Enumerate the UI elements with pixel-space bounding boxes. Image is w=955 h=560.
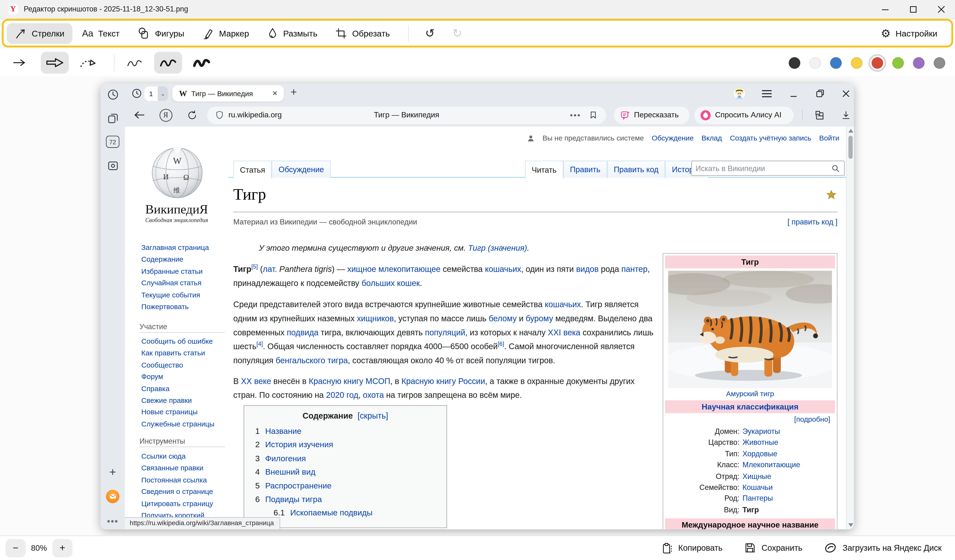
- toc-link[interactable]: История изучения: [265, 438, 333, 452]
- arrow-style-dotted-button[interactable]: [74, 52, 102, 74]
- tab-close-icon[interactable]: ✕: [272, 89, 278, 97]
- wiki-tab[interactable]: Править код: [607, 161, 665, 178]
- editor-canvas[interactable]: 72 + ••• 1 ⌄: [0, 76, 955, 536]
- sidebar-link[interactable]: Цитировать страницу: [141, 498, 213, 510]
- ask-alice-button[interactable]: Спросить Алису AI: [694, 106, 794, 124]
- taxon-link[interactable]: Эукариоты: [739, 426, 780, 437]
- personal-link[interactable]: Войти: [819, 134, 839, 142]
- wikipedia-globe-logo[interactable]: W И Ω 维: [150, 146, 204, 200]
- personal-link[interactable]: Вклад: [701, 134, 722, 142]
- screenshot-icon[interactable]: [106, 159, 119, 172]
- edit-code-link[interactable]: [ править код ]: [787, 218, 838, 226]
- personal-link[interactable]: Создать учётную запись: [730, 134, 811, 142]
- color-swatch[interactable]: [872, 57, 883, 69]
- taxon-link[interactable]: Пантеры: [739, 493, 773, 504]
- zoom-in-button[interactable]: +: [52, 539, 72, 557]
- arrows-tool-button[interactable]: Стрелки: [7, 23, 72, 44]
- sidebar-link[interactable]: Ссылки сюда: [141, 451, 213, 463]
- download-icon[interactable]: [839, 108, 853, 122]
- color-swatch[interactable]: [851, 57, 863, 69]
- active-tab[interactable]: W Тигр — Википедия ✕: [172, 85, 284, 101]
- scroll-up-arrow[interactable]: [848, 129, 853, 133]
- toc-link[interactable]: Распространение: [265, 479, 332, 493]
- browser-close-button[interactable]: [839, 83, 853, 103]
- reload-button[interactable]: [185, 108, 199, 122]
- detail-link[interactable]: [подробно]: [665, 413, 835, 426]
- taxon-link[interactable]: Хордовые: [739, 448, 777, 460]
- sidebar-link[interactable]: Сведения о странице: [141, 486, 213, 498]
- wikipedia-wordmark[interactable]: ВикипедиЯ: [125, 202, 229, 217]
- upload-yandex-disk-button[interactable]: Загрузить на Яндекс Диск: [824, 542, 942, 554]
- wiki-search-box[interactable]: [691, 161, 845, 176]
- settings-button[interactable]: ⚙ Настройки: [873, 23, 945, 43]
- taxon-link[interactable]: Животные: [739, 437, 778, 448]
- tiger-photo[interactable]: [668, 271, 832, 388]
- search-icon[interactable]: [831, 164, 840, 172]
- color-swatch[interactable]: [809, 57, 821, 69]
- bookmark-icon[interactable]: [589, 110, 598, 120]
- more-options-icon[interactable]: •••: [106, 514, 119, 527]
- personal-link[interactable]: Обсуждение: [652, 134, 694, 142]
- sidebar-link[interactable]: Как править статьи: [141, 348, 214, 360]
- blur-tool-button[interactable]: Размыть: [259, 23, 326, 43]
- toc-link[interactable]: Ископаемые подвиды: [290, 507, 373, 520]
- yandex-service-icon[interactable]: [106, 490, 119, 503]
- profile-avatar[interactable]: [732, 83, 747, 103]
- browser-menu-icon[interactable]: [759, 83, 774, 103]
- marker-tool-button[interactable]: Маркер: [194, 23, 257, 44]
- zoom-out-button[interactable]: −: [5, 539, 25, 557]
- taxon-link[interactable]: Кошачьи: [739, 482, 773, 493]
- toc-link[interactable]: Филогения: [265, 452, 306, 466]
- sidebar-link[interactable]: Содержание: [141, 254, 209, 266]
- add-panel-icon[interactable]: +: [106, 466, 119, 479]
- url-bar[interactable]: ru.wikipedia.org Тигр — Википедия •••: [207, 106, 606, 124]
- taxon-link[interactable]: Млекопитающие: [739, 460, 800, 471]
- save-button[interactable]: Сохранить: [744, 542, 802, 554]
- summarize-button[interactable]: Пересказать: [614, 106, 689, 124]
- tab-history-clock-icon[interactable]: [130, 86, 143, 100]
- minimize-button[interactable]: [871, 0, 899, 19]
- sidebar-link[interactable]: Связанные правки: [141, 463, 213, 474]
- color-swatch[interactable]: [892, 57, 904, 69]
- sidebar-link[interactable]: Сообщить об ошибке: [141, 336, 214, 348]
- new-tab-button[interactable]: +: [291, 86, 297, 99]
- classification-header-link[interactable]: Научная классификация: [665, 401, 835, 413]
- toc-link[interactable]: Внешний вид: [265, 466, 315, 479]
- line-weight-medium-button[interactable]: [154, 52, 182, 74]
- image-caption-link[interactable]: Амурский тигр: [665, 390, 835, 398]
- wiki-tab[interactable]: Читать: [525, 161, 563, 178]
- sidebar-link[interactable]: Сообщество: [141, 359, 214, 371]
- back-button[interactable]: [132, 108, 147, 122]
- text-tool-button[interactable]: Aa Текст: [74, 23, 127, 42]
- copy-button[interactable]: Копировать: [661, 542, 722, 554]
- sidebar-link[interactable]: Случайная статья: [141, 278, 209, 290]
- close-button[interactable]: [927, 0, 955, 19]
- wiki-search-input[interactable]: [692, 164, 831, 172]
- sidebar-link[interactable]: Форум: [141, 371, 214, 383]
- crop-tool-button[interactable]: Обрезать: [327, 23, 398, 44]
- sidebar-link[interactable]: Текущие события: [141, 289, 209, 301]
- toc-link[interactable]: Название: [265, 425, 302, 438]
- line-weight-thin-button[interactable]: [121, 52, 149, 74]
- browser-restore-button[interactable]: [813, 83, 827, 103]
- scrollbar-thumb[interactable]: [848, 136, 852, 159]
- redo-button[interactable]: ↻: [445, 23, 470, 43]
- line-weight-thick-button[interactable]: [188, 52, 216, 74]
- chevron-down-icon[interactable]: ⌄: [158, 86, 168, 101]
- sidebar-link[interactable]: Постоянная ссылка: [141, 474, 213, 486]
- wiki-tab[interactable]: Статья: [233, 161, 272, 178]
- color-swatch[interactable]: [830, 57, 842, 69]
- maximize-button[interactable]: [899, 0, 927, 19]
- sidebar-link[interactable]: Справка: [141, 383, 214, 395]
- color-swatch[interactable]: [789, 57, 800, 69]
- scroll-down-arrow[interactable]: [848, 523, 853, 527]
- tab-group-pill[interactable]: 1 ⌄: [144, 86, 168, 101]
- toc-hide-link[interactable]: [скрыть]: [357, 411, 388, 420]
- arrow-style-thin-button[interactable]: [8, 52, 35, 74]
- shapes-tool-button[interactable]: Фигуры: [129, 22, 192, 44]
- shared-tabs-icon[interactable]: [106, 111, 119, 125]
- toc-link[interactable]: Подвиды тигра: [265, 493, 322, 506]
- color-swatch[interactable]: [934, 57, 945, 69]
- sidebar-link[interactable]: Служебные страницы: [141, 418, 214, 431]
- sidebar-link[interactable]: Новые страницы: [141, 407, 214, 418]
